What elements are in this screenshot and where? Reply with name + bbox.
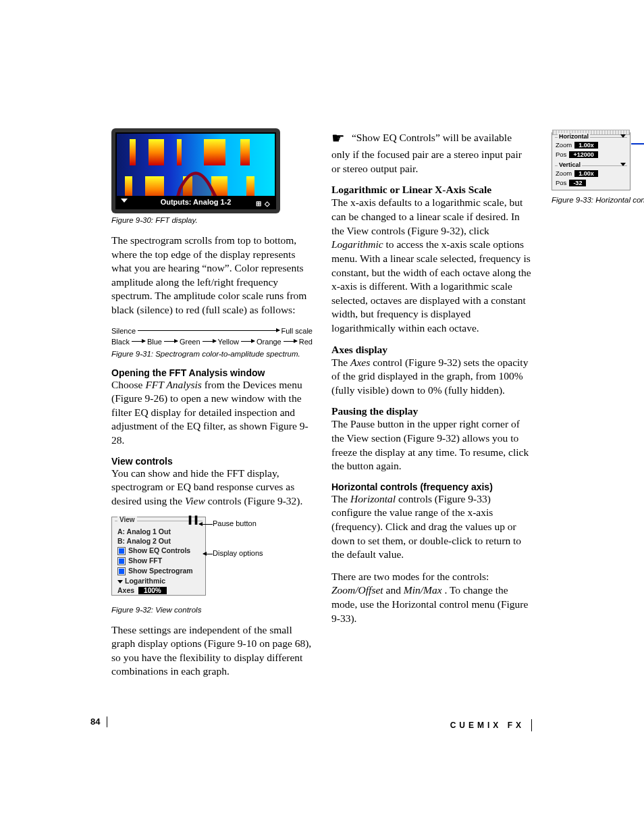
view-show-spectrogram[interactable]: Show Spectrogram: [112, 566, 205, 576]
callout-pause: Pause button: [213, 519, 257, 527]
heading-log-linear: Logarithmic or Linear X-Axis Scale: [331, 184, 533, 196]
fig31-caption: Figure 9-31: Spectrogram color-to-amplit…: [111, 350, 313, 358]
heading-horizontal: Horizontal controls (frequency axis): [331, 481, 533, 492]
callout-display-options: Display options: [213, 549, 263, 557]
heading-view-controls: View controls: [111, 456, 313, 467]
heading-pausing: Pausing the display: [331, 405, 533, 417]
footer-title: CUEMIX FX: [450, 719, 532, 731]
view-controls-panel: View ▍▍ A: Analog 1 Out B: Analog 2 Out …: [111, 517, 206, 596]
arrow-icon: [241, 341, 254, 342]
hz-panel-left: Horizontal Zoom1.00x Pos+12000 Vertical …: [552, 132, 630, 190]
view-a-out[interactable]: A: Analog 1 Out: [112, 527, 205, 536]
spectrum-right-top: Full scale: [281, 327, 313, 335]
fig30-caption: Figure 9-30: FFT display.: [111, 216, 313, 224]
view-logarithmic[interactable]: Logarithmic: [112, 576, 205, 585]
fft-output-label: Outputs: Analog 1-2: [161, 198, 232, 206]
checkbox-icon[interactable]: [117, 567, 126, 575]
chevron-down-icon[interactable]: [620, 134, 626, 138]
chevron-down-icon[interactable]: [620, 163, 626, 166]
fig32-caption: Figure 9-32: View controls: [111, 606, 313, 614]
checkbox-icon[interactable]: [117, 547, 126, 555]
page-number: 84: [90, 716, 107, 727]
view-group-label: View: [117, 516, 137, 523]
arrow-icon: [164, 341, 178, 342]
view-b-out[interactable]: B: Analog 2 Out: [112, 536, 205, 546]
axes-value[interactable]: 100%: [138, 587, 167, 594]
spectrogram-desc: The spectrogram scrolls from top to bott…: [111, 234, 313, 317]
pointing-hand-icon: ☛: [331, 130, 345, 147]
arrow-icon: [138, 330, 279, 331]
spectrum-left-top: Silence: [111, 327, 136, 335]
heading-axes: Axes display: [331, 344, 533, 356]
view-show-eq[interactable]: Show EQ Controls: [112, 546, 205, 556]
chevron-down-icon: [117, 580, 123, 583]
fft-display: Outputs: Analog 1-2 ⊞ ◇: [115, 132, 276, 209]
fig33-caption: Figure 9-33: Horizontal control menu: [552, 196, 644, 204]
view-axes[interactable]: Axes100%: [112, 585, 205, 595]
arrow-icon: [284, 341, 297, 342]
pausing-desc: The Pause button in the upper right corn…: [331, 417, 533, 473]
arrow-icon: [132, 341, 145, 342]
fft-expand-icon[interactable]: ⊞ ◇: [256, 198, 271, 209]
arrow-icon: [631, 143, 644, 145]
fft-menu-icon[interactable]: [121, 199, 128, 203]
arrow-icon: [203, 341, 216, 342]
heading-open-fft: Opening the FFT Analysis window: [111, 367, 313, 378]
checkbox-icon[interactable]: [117, 557, 126, 565]
view-show-fft[interactable]: Show FFT: [112, 556, 205, 566]
view-independent: These settings are independent of the sm…: [111, 623, 313, 679]
